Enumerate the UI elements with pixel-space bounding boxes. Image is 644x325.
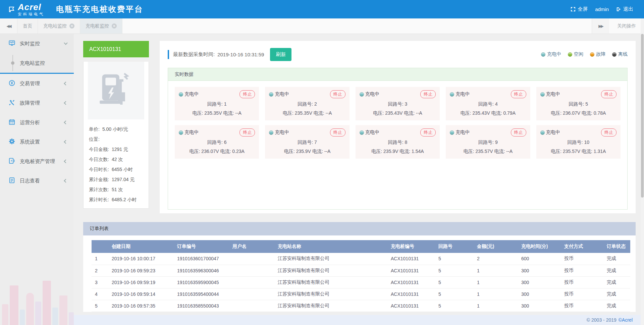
charging-status-icon xyxy=(269,130,273,135)
device-summary-panel: ACX1010131 xyxy=(83,41,149,213)
acrel-logo: Acrel 安科瑞电气 xyxy=(9,3,45,16)
current-value: 0.78A xyxy=(594,110,606,116)
timeline-dot-icon xyxy=(11,55,14,71)
current-value: --A xyxy=(416,110,422,116)
col-circuit-no: 回路号 xyxy=(435,240,474,253)
circuit-card-5: 充电中终止回路号: 5电压: 236.07V 电流: 0.78A xyxy=(536,87,621,120)
main-content: ACX1010131 xyxy=(74,34,644,325)
copyright-text: © 2003 - 2019 xyxy=(587,317,616,323)
sidebar-item-transactions[interactable]: 交易管理 xyxy=(0,74,74,93)
charging-status-icon xyxy=(450,92,454,97)
close-operations-button[interactable]: 关闭操作 xyxy=(609,18,644,34)
logo-text: Acrel xyxy=(18,3,45,11)
current-value: --A xyxy=(506,149,513,154)
close-tab-icon[interactable]: ✕ xyxy=(69,23,74,29)
stat-today-duration: 今日时长:6455 小时 xyxy=(89,165,143,175)
current-value: 1.31A xyxy=(594,149,606,154)
voltage-value: 235.43V xyxy=(473,110,490,116)
forward-icon: ▶▶ xyxy=(598,24,602,29)
offline-status-icon xyxy=(612,52,616,57)
col-charge-minutes: 充电时间(分) xyxy=(518,240,561,253)
terminate-button[interactable]: 终止 xyxy=(239,90,255,98)
terminate-button[interactable]: 终止 xyxy=(330,90,345,98)
circuit-number: 10 xyxy=(584,140,589,145)
circuit-card-8: 充电中终止回路号: 8电压: 235.9V 电流: 1.54A xyxy=(356,125,440,159)
circuit-number: 4 xyxy=(495,101,498,107)
username[interactable]: admin xyxy=(593,5,611,13)
circuit-card-1: 充电中终止回路号: 1电压: 235.35V 电流: --A xyxy=(175,87,259,120)
sidebar-item-pile-assets[interactable]: 充电桩资产管理 xyxy=(0,152,74,171)
circuit-card-10: 充电中终止回路号: 10电压: 235.57V 电流: 1.31A xyxy=(536,125,621,159)
top-header: Acrel 安科瑞电气 电瓶车充电桩收费平台 全屏 admin 退出 xyxy=(0,0,644,18)
order-row: 22019-10-16 09:59:231910163596300046江苏安科… xyxy=(92,265,630,276)
tab-station-monitor[interactable]: 充电站监控 ✕ xyxy=(38,18,80,34)
collect-time-value: 2019-10-16 10:31:59 xyxy=(217,52,264,57)
voltage-value: 236.07V xyxy=(563,110,580,116)
terminate-button[interactable]: 终止 xyxy=(420,128,436,137)
voltage-value: 235.57V xyxy=(476,149,493,154)
order-row: 42019-10-16 09:59:141910163595400044江苏安科… xyxy=(92,288,630,300)
status-legend: 充电中 空闲 故障 离线 xyxy=(541,51,628,57)
chevron-down-icon xyxy=(64,41,67,45)
voltage-value: 236.07V xyxy=(201,149,219,154)
vertical-scrollbar[interactable] xyxy=(641,18,644,325)
stat-total-count: 累计次数:51 次 xyxy=(89,185,143,195)
realtime-monitor-icon xyxy=(9,40,15,47)
gear-icon xyxy=(9,138,15,146)
app-window: Acrel 安科瑞电气 电瓶车充电桩收费平台 全屏 admin 退出 ◀◀ 首页… xyxy=(0,0,644,325)
tab-pile-monitor[interactable]: 充电桩监控 ✕ xyxy=(80,18,122,34)
fault-tools-icon xyxy=(9,99,15,107)
orders-table: 创建日期 订单编号 用户名 充电站名称 充电桩编号 回路号 金额(元) 充电时间… xyxy=(92,240,630,312)
sidebar-item-system-settings[interactable]: 系统设置 xyxy=(0,132,74,152)
sidebar-item-realtime-monitor[interactable]: 实时监控 xyxy=(0,34,74,53)
tabs-scroll-forward-button[interactable]: ▶▶ xyxy=(592,18,609,34)
stat-today-amount: 今日金额:1291 元 xyxy=(89,145,143,155)
idle-status-icon xyxy=(568,52,572,57)
terminate-button[interactable]: 终止 xyxy=(601,128,616,137)
order-row: 12019-10-16 10:00:171910163601700047江苏安科… xyxy=(92,253,630,265)
order-row: 32019-10-16 09:59:191910163595900045江苏安科… xyxy=(92,276,630,288)
chevron-left-icon xyxy=(64,120,67,124)
terminate-button[interactable]: 终止 xyxy=(239,128,255,137)
circuit-card-2: 充电中终止回路号: 2电压: 235.35V 电流: --A xyxy=(265,87,349,120)
tab-home[interactable]: 首页 xyxy=(17,18,38,34)
sidebar-item-station-monitor[interactable]: 充电站监控 xyxy=(0,53,74,73)
logout-button[interactable]: 退出 xyxy=(614,5,635,14)
sidebar-item-operations-analysis[interactable]: 运营分析 xyxy=(0,113,74,132)
charging-status-icon xyxy=(450,130,454,135)
terminate-button[interactable]: 终止 xyxy=(330,128,345,137)
circuit-card-3: 充电中终止回路号: 3电压: 235.43V 电流: --A xyxy=(356,87,440,120)
charging-status-icon xyxy=(179,92,183,97)
circuit-number: 8 xyxy=(405,140,407,145)
current-value: --A xyxy=(326,110,332,116)
fullscreen-button[interactable]: 全屏 xyxy=(569,5,590,14)
brand-link[interactable]: ©Acrel xyxy=(619,317,633,323)
sidebar-item-faults[interactable]: 故障管理 xyxy=(0,93,74,113)
page-footer: © 2003 - 2019 ©Acrel xyxy=(74,315,644,325)
acrel-logo-icon xyxy=(9,6,15,13)
orders-table-header-row: 创建日期 订单编号 用户名 充电站名称 充电桩编号 回路号 金额(元) 充电时间… xyxy=(92,240,630,253)
chevron-left-icon xyxy=(64,179,67,182)
transaction-icon xyxy=(9,80,15,87)
tab-bar: ◀◀ 首页 充电站监控 ✕ 充电桩监控 ✕ ▶▶ 关闭操作 xyxy=(0,18,644,34)
close-tab-icon[interactable]: ✕ xyxy=(112,23,117,29)
calendar-icon xyxy=(9,119,15,126)
scrollbar-thumb[interactable] xyxy=(641,34,644,198)
sidebar-item-logs[interactable]: 日志查看 xyxy=(0,171,74,191)
terminate-button[interactable]: 终止 xyxy=(601,90,616,98)
circuit-number: 3 xyxy=(405,101,407,107)
sidebar-nav: 实时监控 充电站监控 交易管理 故障管理 运营分析 xyxy=(0,34,74,325)
realtime-data-section: 实时数据 充电中终止回路号: 1电压: 235.35V 电流: --A 充电中终… xyxy=(168,68,628,210)
circuit-number: 5 xyxy=(585,101,588,107)
tabs-scroll-back-button[interactable]: ◀◀ xyxy=(0,18,17,34)
terminate-button[interactable]: 终止 xyxy=(420,90,436,98)
orders-panel: 订单列表 创建日期 订单编号 用户名 xyxy=(83,222,636,312)
chevron-left-icon xyxy=(64,140,67,144)
terminate-button[interactable]: 终止 xyxy=(511,90,526,98)
back-icon: ◀◀ xyxy=(6,24,10,29)
current-value: --A xyxy=(235,110,241,116)
realtime-panel: 最新数据采集时间: 2019-10-16 10:31:59 刷新 充电中 空闲 … xyxy=(160,41,636,213)
col-pile-no: 充电桩编号 xyxy=(387,240,435,253)
refresh-button[interactable]: 刷新 xyxy=(270,48,291,61)
terminate-button[interactable]: 终止 xyxy=(511,128,526,137)
